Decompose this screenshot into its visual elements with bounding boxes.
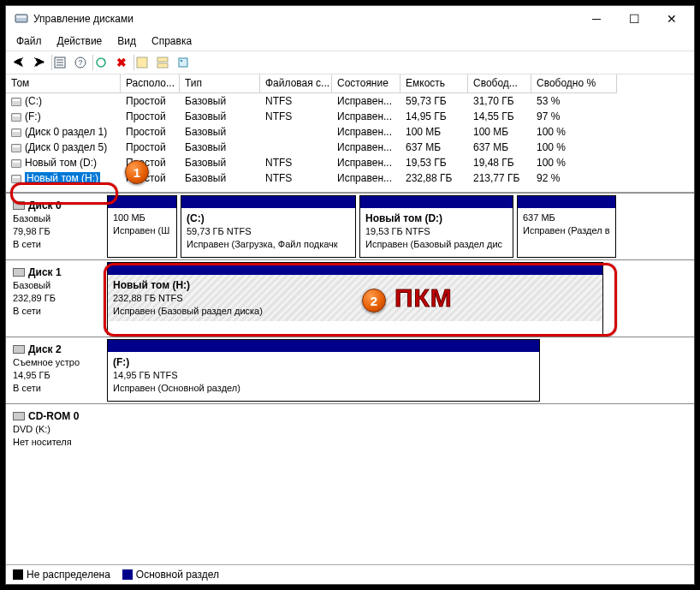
titlebar: Управление дисками ─ ☐ ✕ — [6, 6, 694, 32]
volume-icon — [11, 113, 21, 122]
menu-action[interactable]: Действие — [50, 33, 110, 49]
volume-icon — [11, 144, 21, 152]
forward-button[interactable]: ⮞ — [30, 53, 49, 72]
hdd-icon — [13, 345, 25, 354]
partition-body: Новый том (D:)19,53 ГБ NTFSИсправен (Баз… — [360, 208, 513, 254]
partition-body: 637 МБИсправен (Раздел в — [518, 208, 615, 241]
properties-icon[interactable] — [174, 53, 193, 72]
minimize-button[interactable]: ─ — [578, 7, 615, 31]
svg-rect-10 — [157, 57, 168, 62]
volume-row[interactable]: (Диск 0 раздел 1)ПростойБазовыйИсправен.… — [6, 124, 694, 140]
legend-primary: Основной раздел — [122, 569, 219, 581]
disk-label[interactable]: Диск 1Базовый232,89 ГБВ сети — [6, 260, 105, 337]
col-capacity[interactable]: Емкость — [400, 74, 468, 93]
disk-row: Диск 2Съемное устро14,95 ГБВ сети(F:)14,… — [6, 337, 694, 403]
disk-label[interactable]: Диск 0Базовый79,98 ГБВ сети — [6, 194, 105, 259]
view-bottom-icon[interactable] — [153, 53, 172, 72]
svg-rect-1 — [16, 15, 27, 18]
col-fs[interactable]: Файловая с... — [260, 74, 332, 93]
partition[interactable]: (C:)59,73 ГБ NTFSИсправен (Загрузка, Фай… — [181, 195, 356, 258]
window-title: Управление дисками — [33, 13, 578, 25]
disk-row: CD-ROM 0DVD (K:)Нет носителя — [6, 403, 694, 456]
partition[interactable]: (F:)14,95 ГБ NTFSИсправен (Основной разд… — [107, 339, 540, 402]
hdd-icon — [13, 201, 25, 210]
col-free[interactable]: Свобод... — [468, 74, 531, 93]
partition-header — [181, 196, 355, 208]
help-icon[interactable]: ? — [71, 53, 90, 72]
volume-list-header: Том Располо... Тип Файловая с... Состоян… — [6, 74, 694, 93]
volume-row[interactable]: (F:)ПростойБазовыйNTFSИсправен...14,95 Г… — [6, 109, 694, 124]
volume-icon — [11, 98, 21, 106]
legend-unallocated: Не распределена — [13, 569, 110, 581]
back-button[interactable]: ⮜ — [9, 53, 28, 72]
partition[interactable]: Новый том (H:)232,88 ГБ NTFSИсправен (Ба… — [107, 262, 603, 335]
col-layout[interactable]: Располо... — [121, 74, 180, 93]
cdrom-icon — [13, 412, 25, 420]
col-volume[interactable]: Том — [6, 74, 121, 93]
partition-header — [108, 196, 176, 208]
menu-file[interactable]: Файл — [9, 33, 49, 49]
volume-row[interactable]: Новый том (D:)ПростойБазовыйNTFSИсправен… — [6, 155, 694, 170]
disk-row: Диск 1Базовый232,89 ГБВ сетиНовый том (H… — [6, 259, 694, 337]
delete-icon[interactable]: ✖ — [112, 53, 131, 72]
partition[interactable]: Новый том (D:)19,53 ГБ NTFSИсправен (Баз… — [359, 195, 513, 258]
col-type[interactable]: Тип — [180, 74, 260, 93]
volume-icon — [11, 175, 21, 183]
partition-body: (C:)59,73 ГБ NTFSИсправен (Загрузка, Фай… — [181, 208, 355, 254]
partition-header — [108, 340, 539, 352]
volume-list: Том Располо... Тип Файловая с... Состоян… — [6, 74, 694, 193]
partition[interactable]: 100 МБИсправен (Ш — [107, 195, 177, 258]
partition-body: 100 МБИсправен (Ш — [108, 208, 176, 241]
volume-icon — [11, 128, 21, 137]
view-top-icon[interactable] — [133, 53, 151, 72]
maximize-button[interactable]: ☐ — [615, 7, 653, 31]
app-icon — [15, 12, 28, 26]
disk-label[interactable]: Диск 2Съемное устро14,95 ГБВ сети — [6, 337, 105, 403]
volume-row[interactable]: Новый том (H:)ПростойБазовыйNTFSИсправен… — [6, 170, 694, 186]
col-pct[interactable]: Свободно % — [531, 74, 617, 93]
svg-text:?: ? — [78, 58, 82, 67]
svg-rect-12 — [179, 58, 187, 67]
disk-row: Диск 0Базовый79,98 ГБВ сети100 МБИсправе… — [6, 193, 694, 259]
hdd-icon — [13, 268, 25, 277]
svg-point-8 — [97, 58, 105, 67]
col-status[interactable]: Состояние — [332, 74, 400, 93]
svg-rect-9 — [137, 57, 147, 68]
partition[interactable]: 637 МБИсправен (Раздел в — [517, 195, 616, 258]
toolbar: ⮜ ⮞ ? ✖ — [6, 51, 694, 74]
menubar: Файл Действие Вид Справка — [6, 32, 694, 51]
partition-header — [360, 196, 513, 208]
volume-row[interactable]: (Диск 0 раздел 5)ПростойБазовыйИсправен.… — [6, 140, 694, 155]
tree-icon[interactable] — [50, 53, 69, 72]
disk-label[interactable]: CD-ROM 0DVD (K:)Нет носителя — [6, 404, 105, 456]
partition-body: (F:)14,95 ГБ NTFSИсправен (Основной разд… — [108, 352, 539, 398]
svg-rect-13 — [181, 60, 182, 62]
volume-row[interactable]: (C:)ПростойБазовыйNTFSИсправен...59,73 Г… — [6, 93, 694, 109]
menu-view[interactable]: Вид — [110, 33, 143, 49]
svg-rect-11 — [157, 63, 168, 68]
close-button[interactable]: ✕ — [653, 7, 691, 31]
refresh-icon[interactable] — [92, 53, 110, 72]
legend: Не распределена Основной раздел — [6, 564, 694, 584]
disk-graphical-view: Диск 0Базовый79,98 ГБВ сети100 МБИсправе… — [6, 193, 694, 564]
partition-header — [108, 263, 602, 275]
menu-help[interactable]: Справка — [145, 33, 199, 49]
partition-header — [518, 196, 615, 208]
volume-icon — [11, 159, 21, 168]
partition-body: Новый том (H:)232,88 ГБ NTFSИсправен (Ба… — [108, 275, 602, 321]
